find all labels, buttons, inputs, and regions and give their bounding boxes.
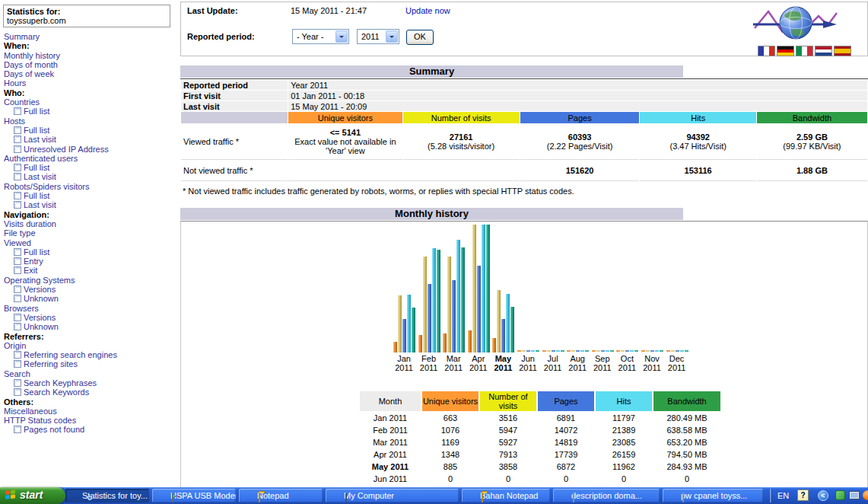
sidebar-item: Last visit [4,135,176,144]
sidebar-link-monthly-history[interactable]: Monthly history [4,51,60,60]
sidebar-item: Referring sites [4,359,176,368]
sidebar-link-search-keyphrases[interactable]: Search Keyphrases [24,378,97,388]
sidebar-item: Full list [4,247,176,257]
flag-spain-icon[interactable] [834,46,851,56]
sidebar-link-full-list[interactable]: Full list [24,107,49,116]
chart-zero-dash [531,350,535,352]
sidebar-link-http-status-codes[interactable]: HTTP Status codes [4,416,76,425]
sidebar-link-full-list[interactable]: Full list [24,247,49,257]
taskbar-button-my-computer[interactable]: My Computer [326,489,459,502]
sidebar-link-browsers[interactable]: Browsers [4,304,39,313]
value-cell: 0 [422,474,479,484]
sidebar-link-search-keywords[interactable]: Search Keywords [24,388,89,397]
taskbar-button-bahan-notepad[interactable]: Bahan Notepad [462,489,550,502]
sidebar-link-versions[interactable]: Versions [24,313,56,322]
value-cell: 7913 [480,449,536,460]
chart-bar-pages [402,319,406,352]
chart-zero-dash [660,350,663,352]
chart-zero-dash [666,350,670,352]
sidebar-link-search[interactable]: Search [4,369,30,378]
folder-icon [482,493,483,502]
taskbar-button-pw-cpanel-toyss-[interactable]: pw cpanel toyss... [663,489,763,502]
sidebar-section-header: Navigation: [4,210,176,219]
sidebar-link-referring-search-engines[interactable]: Referring search engines [24,350,117,359]
sidebar-link-versions[interactable]: Versions [24,285,56,294]
viewed-visits-note: (5.28 visits/visitor) [405,142,517,151]
sidebar-link-operating-systems[interactable]: Operating Systems [4,276,75,285]
tray-utility-icon[interactable] [835,490,845,500]
sidebar-item: Monthly history [4,51,176,60]
sidebar-link-last-visit[interactable]: Last visit [24,135,56,144]
chart-bar-pages [428,284,431,352]
sidebar-link-robots-spiders-visitors[interactable]: Robots/Spiders visitors [4,182,90,191]
sidebar-link-countries[interactable]: Countries [4,97,40,107]
taskbar-button-notepad[interactable]: Notepad [239,489,323,502]
sidebar-link-origin[interactable]: Origin [4,341,26,350]
monthly-history-table: MonthUnique visitorsNumber of visitsPage… [358,390,722,486]
sidebar-link-unknown[interactable]: Unknown [24,322,59,331]
dropdown-arrow-icon[interactable] [335,30,348,43]
viewed-unique-cell: <= 5141Exact value not available in 'Yea… [288,124,402,160]
value-cell: 663 [422,413,479,423]
language-indicator[interactable]: EN [777,490,789,502]
sidebar-link-unresolved-ip-address[interactable]: Unresolved IP Address [24,145,109,154]
flag-netherlands-icon[interactable] [815,46,832,56]
last-update-value: 15 May 2011 - 21:47 [291,6,367,15]
chart-bar-unique-visitors [492,338,496,352]
sublist-icon [14,173,21,180]
statistics-for-box: Statistics for: toyssuperb.com [3,5,170,27]
taskbar-button-statistics-for-toy-[interactable]: Statistics for toy... [65,489,149,502]
monthly-header-hits: Hits [596,391,652,411]
year-select[interactable]: 2011 [357,29,399,44]
sidebar-link-miscellaneous[interactable]: Miscellaneous [4,407,57,416]
chart-zero-dash [625,350,629,352]
flag-france-icon[interactable] [758,46,775,56]
sidebar-link-unknown[interactable]: Unknown [24,294,59,303]
sidebar-link-exit[interactable]: Exit [24,266,37,275]
chart-zero-dash [616,350,620,352]
sidebar-link-pages-not-found[interactable]: Pages not found [24,425,84,434]
sidebar-link-entry[interactable]: Entry [24,257,43,266]
chart-x-label: Dec2011 [661,355,692,372]
chart-bar-unique-visitors [418,335,422,352]
chart-zero-dash [601,350,605,352]
taskbar-button-hspa-usb-modem[interactable]: HSPA USB Modem [152,489,236,502]
sidebar-link-referring-sites[interactable]: Referring sites [24,359,78,368]
chart-bar-unique-visitors [443,333,447,352]
sublist-icon [14,164,21,171]
chart-bar-bandwidth-mb- [412,308,415,352]
sidebar-link-hosts[interactable]: Hosts [4,116,25,126]
doc-icon [682,493,684,502]
tray-app-icon[interactable] [863,490,868,500]
sidebar-link-visits-duration[interactable]: Visits duration [4,219,56,228]
sublist-icon [14,285,21,293]
sidebar-link-days-of-week[interactable]: Days of week [4,69,54,78]
taskbar-button-description-doma-[interactable]: description doma... [553,489,660,502]
monthly-header-month: Month [360,391,421,411]
update-now-link[interactable]: Update now [405,6,450,15]
language-help-icon[interactable]: ? [797,490,809,501]
dropdown-arrow-icon[interactable] [386,30,398,43]
awstats-logo[interactable] [747,4,861,45]
sidebar-link-file-type[interactable]: File type [4,228,36,238]
flag-germany-icon[interactable] [777,46,794,56]
sidebar-link-summary[interactable]: Summary [4,32,40,41]
sidebar-link-hours[interactable]: Hours [4,78,26,88]
chart-zero-dash [552,350,555,352]
sidebar-link-full-list[interactable]: Full list [24,163,49,172]
start-button[interactable]: start [0,487,65,504]
hide-icons-chevron-icon[interactable]: < [818,490,828,501]
sidebar-link-days-of-month[interactable]: Days of month [4,60,58,69]
sidebar-item: Last visit [4,172,176,181]
flag-italy-icon[interactable] [796,46,813,56]
tray-display-icon[interactable] [849,491,860,499]
period-select[interactable]: - Year - [292,29,349,44]
sidebar-link-full-list[interactable]: Full list [24,191,49,200]
ok-button[interactable]: OK [406,30,434,45]
sidebar-link-authenticated-users[interactable]: Authenticated users [4,154,78,163]
last-visit-row-label: Last visit [181,101,288,111]
sidebar-link-viewed[interactable]: Viewed [4,238,31,247]
sidebar-link-last-visit[interactable]: Last visit [24,172,56,181]
sidebar-link-full-list[interactable]: Full list [24,126,49,135]
sidebar-link-last-visit[interactable]: Last visit [24,200,56,209]
